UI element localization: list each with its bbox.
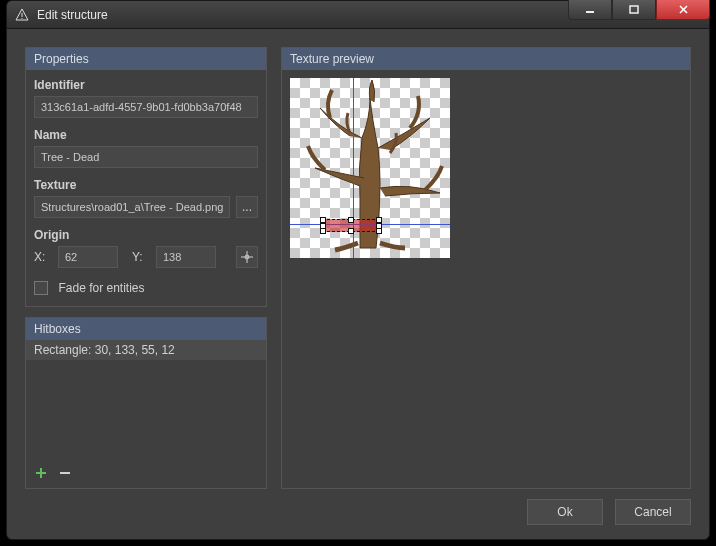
properties-panel-header: Properties xyxy=(26,48,266,70)
name-label: Name xyxy=(34,128,258,142)
texture-label: Texture xyxy=(34,178,258,192)
dialog-button-bar: Ok Cancel xyxy=(527,499,691,525)
client-area: Properties Identifier Name Texture xyxy=(6,28,710,540)
crosshair-icon xyxy=(240,250,254,264)
minimize-button[interactable] xyxy=(568,0,612,20)
texture-preview-header: Texture preview xyxy=(282,48,690,70)
name-input[interactable] xyxy=(34,146,258,168)
app-icon xyxy=(15,8,29,22)
window-buttons xyxy=(568,0,710,20)
fade-label: Fade for entities xyxy=(58,281,144,295)
hitbox-handle[interactable] xyxy=(376,228,382,234)
window-title: Edit structure xyxy=(37,8,108,22)
maximize-button[interactable] xyxy=(612,0,656,20)
svg-point-2 xyxy=(21,17,22,18)
origin-y-label: Y: xyxy=(132,250,150,264)
texture-browse-button[interactable]: ... xyxy=(236,196,258,218)
plus-icon xyxy=(35,467,47,479)
fade-checkbox[interactable] xyxy=(34,281,48,295)
hitboxes-panel-header: Hitboxes xyxy=(26,318,266,340)
hitbox-list[interactable]: Rectangle: 30, 133, 55, 12 xyxy=(26,340,266,460)
origin-label: Origin xyxy=(34,228,258,242)
identifier-label: Identifier xyxy=(34,78,258,92)
properties-panel: Properties Identifier Name Texture xyxy=(25,47,267,307)
texture-input[interactable] xyxy=(34,196,230,218)
hitbox-handle[interactable] xyxy=(376,223,382,229)
hitbox-remove-button[interactable] xyxy=(58,466,72,480)
cancel-button[interactable]: Cancel xyxy=(615,499,691,525)
origin-x-label: X: xyxy=(34,250,52,264)
hitbox-add-button[interactable] xyxy=(34,466,48,480)
fade-checkbox-row[interactable]: Fade for entities xyxy=(34,278,145,295)
origin-y-input[interactable] xyxy=(156,246,216,268)
close-button[interactable] xyxy=(656,0,710,20)
hitbox-handle[interactable] xyxy=(348,228,354,234)
identifier-input[interactable] xyxy=(34,96,258,118)
ok-button[interactable]: Ok xyxy=(527,499,603,525)
hitbox-handle[interactable] xyxy=(320,228,326,234)
hitbox-overlay[interactable] xyxy=(322,219,380,232)
texture-preview-canvas[interactable] xyxy=(290,78,450,258)
svg-rect-4 xyxy=(630,6,638,13)
hitbox-handle[interactable] xyxy=(320,223,326,229)
texture-preview-panel: Texture preview xyxy=(281,47,691,489)
hitboxes-panel: Hitboxes Rectangle: 30, 133, 55, 12 xyxy=(25,317,267,489)
hitbox-list-item[interactable]: Rectangle: 30, 133, 55, 12 xyxy=(26,340,266,360)
minus-icon xyxy=(59,467,71,479)
origin-pick-button[interactable] xyxy=(236,246,258,268)
hitbox-handle[interactable] xyxy=(348,217,354,223)
edit-structure-window: Edit structure Properties Identifier xyxy=(0,0,716,546)
origin-x-input[interactable] xyxy=(58,246,118,268)
